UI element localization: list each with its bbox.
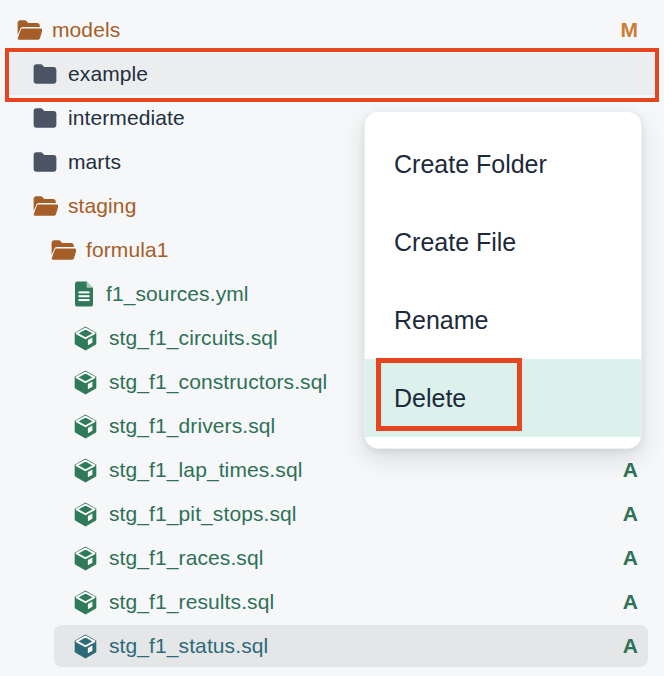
file-explorer-panel: models M example intermediate marts stag… bbox=[0, 0, 664, 676]
tree-row-label: stg_f1_pit_stops.sql bbox=[109, 502, 297, 526]
tree-row-label: stg_f1_drivers.sql bbox=[109, 414, 275, 438]
tree-row-stg-f1-pit-stops-sql[interactable]: stg_f1_pit_stops.sql A bbox=[0, 492, 664, 536]
git-status-badge: A bbox=[623, 634, 638, 658]
tree-row-label: stg_f1_circuits.sql bbox=[109, 326, 278, 350]
model-cube-icon bbox=[72, 633, 99, 660]
menu-item-label: Rename bbox=[394, 306, 489, 335]
git-status-badge: A bbox=[623, 458, 638, 482]
git-status-badge: A bbox=[623, 502, 638, 526]
git-status-badge: A bbox=[623, 546, 638, 570]
folder-open-icon bbox=[16, 18, 42, 42]
model-cube-icon bbox=[72, 413, 99, 440]
tree-row-stg-f1-lap-times-sql[interactable]: stg_f1_lap_times.sql A bbox=[0, 448, 664, 492]
yaml-file-icon bbox=[72, 280, 96, 308]
tree-row-label: staging bbox=[68, 194, 136, 218]
tree-row-label: example bbox=[68, 62, 148, 86]
menu-item-label: Create Folder bbox=[394, 150, 547, 179]
model-cube-icon bbox=[72, 589, 99, 616]
tree-row-label: stg_f1_status.sql bbox=[109, 634, 268, 658]
context-menu: Create Folder Create File Rename Delete bbox=[364, 111, 642, 449]
menu-item-create-file[interactable]: Create File bbox=[365, 203, 641, 281]
folder-icon bbox=[32, 106, 58, 130]
folder-open-icon bbox=[50, 238, 76, 262]
tree-row-label: intermediate bbox=[68, 106, 185, 130]
tree-row-example[interactable]: example bbox=[0, 52, 664, 96]
menu-item-create-folder[interactable]: Create Folder bbox=[365, 125, 641, 203]
tree-row-label: stg_f1_races.sql bbox=[109, 546, 264, 570]
tree-row-stg-f1-races-sql[interactable]: stg_f1_races.sql A bbox=[0, 536, 664, 580]
tree-row-label: f1_sources.yml bbox=[106, 282, 249, 306]
tree-row-label: marts bbox=[68, 150, 121, 174]
folder-icon bbox=[32, 62, 58, 86]
tree-row-stg-f1-results-sql[interactable]: stg_f1_results.sql A bbox=[0, 580, 664, 624]
tree-row-label: models bbox=[52, 18, 120, 42]
model-cube-icon bbox=[72, 545, 99, 572]
menu-item-label: Create File bbox=[394, 228, 516, 257]
tree-row-label: stg_f1_lap_times.sql bbox=[109, 458, 302, 482]
git-status-badge: M bbox=[621, 18, 639, 42]
tree-row-models[interactable]: models M bbox=[0, 8, 664, 52]
tree-row-label: formula1 bbox=[86, 238, 169, 262]
model-cube-icon bbox=[72, 501, 99, 528]
git-status-badge: A bbox=[623, 590, 638, 614]
tree-row-label: stg_f1_results.sql bbox=[109, 590, 274, 614]
model-cube-icon bbox=[72, 369, 99, 396]
tree-row-stg-f1-status-sql[interactable]: stg_f1_status.sql A bbox=[0, 624, 664, 668]
model-cube-icon bbox=[72, 457, 99, 484]
model-cube-icon bbox=[72, 325, 99, 352]
menu-item-rename[interactable]: Rename bbox=[365, 281, 641, 359]
tree-row-label: stg_f1_constructors.sql bbox=[109, 370, 327, 394]
menu-item-label: Delete bbox=[394, 384, 466, 413]
folder-icon bbox=[32, 150, 58, 174]
folder-open-icon bbox=[32, 194, 58, 218]
menu-item-delete[interactable]: Delete bbox=[365, 359, 641, 437]
